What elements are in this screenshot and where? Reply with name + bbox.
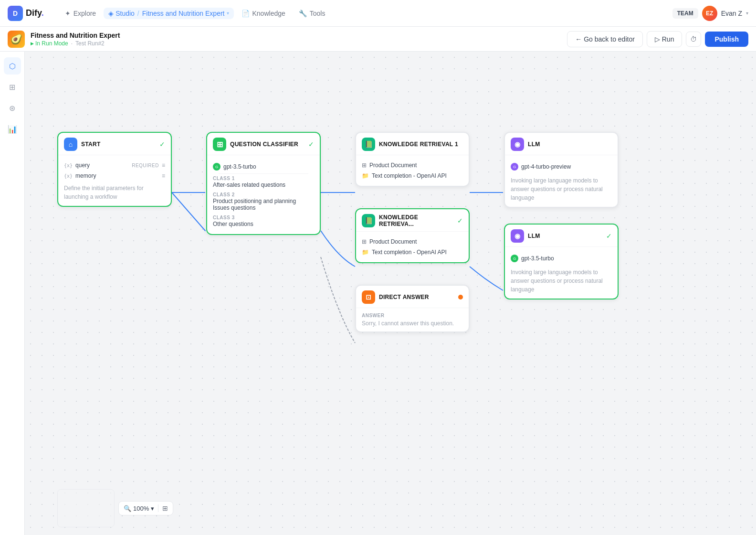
test-run-label: Test Run#2 <box>75 40 105 47</box>
zoom-bar: 🔍 100% ▾ ⊞ <box>118 501 173 515</box>
app-info: Fitness and Nutrition Expert In Run Mode… <box>31 32 120 47</box>
kr2-api-icon: 📁 <box>362 249 369 256</box>
qc-model-row: G gpt-3.5-turbo <box>213 160 314 173</box>
sidebar-item-plugins[interactable]: ⊞ <box>4 78 21 96</box>
subheader-right: ← Go back to editor ▷ Run ⏱ Publish <box>567 31 748 47</box>
nav-sep: / <box>137 10 139 17</box>
logo[interactable]: D Dify. <box>8 6 44 21</box>
query-field-name: query <box>75 162 129 169</box>
breadcrumb-label: Fitness and Nutrition Expert <box>142 10 225 17</box>
logo-text: Dify. <box>26 8 44 18</box>
kr1-doc-row: ⊞ Product Document <box>362 160 463 171</box>
start-field-memory: {x} memory ≡ <box>64 171 165 181</box>
start-check-icon: ✓ <box>159 140 165 148</box>
qc-node-title: QUESTION CLASSIFIER <box>230 141 304 148</box>
knowledge-retrieval-2-node: 📗 KNOWLEDGE RETRIEVA... ✓ ⊞ Product Docu… <box>355 208 470 263</box>
llm2-model-name: gpt-3.5-turbo <box>521 255 554 262</box>
memory-menu-icon: ≡ <box>162 172 165 179</box>
chevron-down-icon: ▾ <box>227 11 229 16</box>
llm1-header: ◉ LLM <box>505 133 618 155</box>
start-node-header: ⌂ START ✓ <box>58 133 171 155</box>
grid-view-icon[interactable]: ⊞ <box>162 504 168 512</box>
start-node: ⌂ START ✓ {x} query REQUIRED ≡ {x} memor… <box>57 132 172 207</box>
studio-icon: ◈ <box>108 10 114 17</box>
class1-label: CLASS 1 <box>213 176 314 181</box>
nav-tools[interactable]: 🔧 Tools <box>293 7 331 20</box>
nav-knowledge[interactable]: 📄 Knowledge <box>236 7 291 20</box>
qc-node-body: G gpt-3.5-turbo CLASS 1 After-sales rela… <box>207 155 320 234</box>
direct-answer-node: ⊡ DIRECT ANSWER ANSWER Sorry, I cannot a… <box>355 285 470 332</box>
zoom-divider <box>158 504 158 512</box>
llm2-icon: ◉ <box>511 229 524 243</box>
back-to-editor-button[interactable]: ← Go back to editor <box>567 31 643 47</box>
tools-label: Tools <box>310 10 326 17</box>
kr2-doc-name: Product Document <box>369 238 417 245</box>
start-description: Define the initial parameters for launch… <box>64 184 165 201</box>
llm2-model-row: G gpt-3.5-turbo <box>511 252 612 265</box>
llm2-body: G gpt-3.5-turbo Invoking large language … <box>505 247 618 299</box>
nav-explore[interactable]: ✦ Explore <box>59 7 102 20</box>
kr2-api-name: Text completion - OpenAI API <box>372 249 447 256</box>
llm1-model-name: gpt-4-turbo-preview <box>521 163 571 170</box>
kr2-check-icon: ✓ <box>457 217 463 225</box>
zoom-chevron-icon[interactable]: ▾ <box>151 505 154 512</box>
avatar: EZ <box>702 6 717 21</box>
da-header: ⊡ DIRECT ANSWER <box>356 286 469 308</box>
kr2-title: KNOWLEDGE RETRIEVA... <box>379 214 453 227</box>
kr2-body: ⊞ Product Document 📁 Text completion - O… <box>356 232 469 262</box>
separator: · <box>71 40 73 47</box>
llm-2-node: ◉ LLM ✓ G gpt-3.5-turbo Invoking large l… <box>504 224 619 300</box>
kr2-doc-icon: ⊞ <box>362 238 367 245</box>
da-title: DIRECT ANSWER <box>379 294 454 300</box>
kr2-doc-row: ⊞ Product Document <box>362 236 463 247</box>
kr1-body: ⊞ Product Document 📁 Text completion - O… <box>356 155 469 186</box>
publish-button[interactable]: Publish <box>705 32 748 47</box>
app-title: Fitness and Nutrition Expert <box>31 32 120 39</box>
class1-value: After-sales related questions <box>213 182 314 188</box>
llm2-check-icon: ✓ <box>606 232 612 240</box>
search-icon: 🔍 <box>124 505 131 512</box>
sidebar-item-workflow[interactable]: ⬡ <box>4 57 21 75</box>
app-meta: In Run Mode · Test Run#2 <box>31 40 120 47</box>
start-field-query: {x} query REQUIRED ≡ <box>64 160 165 171</box>
kr1-title: KNOWLEDGE RETRIEVAL 1 <box>379 141 463 148</box>
sidebar: ⬡ ⊞ ⊛ 📊 <box>0 52 25 535</box>
da-answer-text: Sorry, I cannot answer this question. <box>362 320 463 327</box>
class1-item: CLASS 1 After-sales related questions <box>213 174 314 190</box>
class3-label: CLASS 3 <box>213 215 314 220</box>
sidebar-item-variables[interactable]: ⊛ <box>4 99 21 117</box>
qc-model-name: gpt-3.5-turbo <box>223 163 256 170</box>
llm2-description: Invoking large language models to answer… <box>511 268 612 294</box>
llm1-description: Invoking large language models to answer… <box>511 176 612 202</box>
knowledge-icon: 📄 <box>242 10 250 17</box>
zoom-level: 100% <box>133 505 149 512</box>
logo-icon: D <box>8 6 23 21</box>
user-name: Evan Z <box>721 10 742 17</box>
app-icon: 🥑 <box>8 31 25 48</box>
start-node-body: {x} query REQUIRED ≡ {x} memory ≡ Define… <box>58 155 171 206</box>
query-var-icon: {x} <box>64 163 73 168</box>
da-body: ANSWER Sorry, I cannot answer this quest… <box>356 308 469 332</box>
kr2-icon: 📗 <box>362 214 375 227</box>
qc-model-icon: G <box>213 163 220 171</box>
settings-icon-button[interactable]: ⏱ <box>686 32 701 47</box>
top-navigation: D Dify. ✦ Explore ◈ Studio / Fitness and… <box>0 0 756 27</box>
qc-icon: ⊞ <box>213 138 226 151</box>
knowledge-retrieval-1-node: 📗 KNOWLEDGE RETRIEVAL 1 ⊞ Product Docume… <box>355 132 470 187</box>
nav-studio-breadcrumb[interactable]: ◈ Studio / Fitness and Nutrition Expert … <box>104 8 233 19</box>
llm2-title: LLM <box>528 233 602 239</box>
sidebar-item-analytics[interactable]: 📊 <box>4 120 21 138</box>
memory-field-name: memory <box>75 172 159 179</box>
kr1-api-row: 📁 Text completion - OpenAI API <box>362 171 463 181</box>
start-icon: ⌂ <box>64 138 77 151</box>
class2-label: CLASS 2 <box>213 192 314 197</box>
studio-label: Studio <box>116 10 135 17</box>
bottom-bar: 🔍 100% ▾ ⊞ <box>57 489 173 527</box>
kr1-doc-icon: ⊞ <box>362 162 367 169</box>
kr2-header: 📗 KNOWLEDGE RETRIEVA... ✓ <box>356 209 469 232</box>
llm-1-node: ◉ LLM G gpt-4-turbo-preview Invoking lar… <box>504 132 619 208</box>
run-button[interactable]: ▷ Run <box>647 31 682 47</box>
nav-right: TEAM EZ Evan Z ▾ <box>672 6 748 21</box>
kr2-api-row: 📁 Text completion - OpenAI API <box>362 247 463 257</box>
canvas: ⌂ START ✓ {x} query REQUIRED ≡ {x} memor… <box>25 52 756 535</box>
